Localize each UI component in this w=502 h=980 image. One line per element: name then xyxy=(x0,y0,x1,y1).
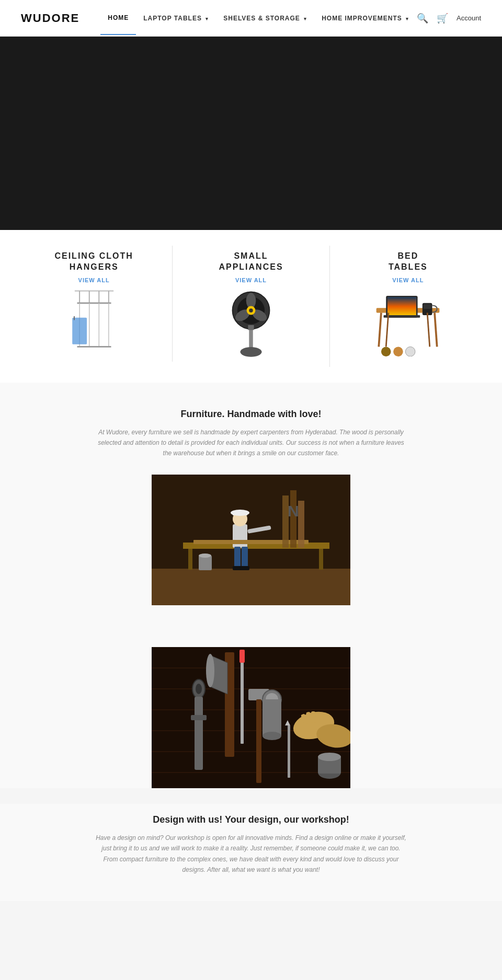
nav-shelves-storage[interactable]: SHELVES & STORAGE ▾ xyxy=(216,2,314,34)
svg-point-77 xyxy=(263,732,281,740)
categories-grid: CEILING CLOTHHANGERS VIEW ALL xyxy=(16,246,486,367)
view-all-small-appliances[interactable]: VIEW ALL xyxy=(180,277,321,283)
category-title: SMALLAPPLIANCES xyxy=(180,251,321,273)
svg-point-35 xyxy=(393,347,403,356)
category-bed-tables: BEDTABLES VIEW ALL xyxy=(330,246,486,362)
svg-rect-11 xyxy=(72,317,87,344)
small-appliances-image xyxy=(180,289,321,362)
svg-point-67 xyxy=(206,654,214,687)
bed-table-svg xyxy=(371,289,444,356)
svg-rect-69 xyxy=(256,699,261,783)
logo[interactable]: WUDORE xyxy=(21,11,79,25)
svg-rect-41 xyxy=(319,549,323,570)
svg-rect-89 xyxy=(288,725,290,778)
svg-rect-51 xyxy=(240,566,249,570)
svg-text:N: N xyxy=(288,502,299,520)
tools-section xyxy=(0,631,502,788)
svg-point-36 xyxy=(406,347,416,356)
svg-rect-54 xyxy=(298,501,304,548)
design-title: Design with us! Your design, our worksho… xyxy=(52,814,450,825)
main-nav: HOME LAPTOP TABLES ▾ SHELVES & STORAGE ▾… xyxy=(100,2,417,35)
chevron-down-icon: ▾ xyxy=(406,16,409,21)
svg-point-21 xyxy=(249,308,253,312)
site-header: WUDORE HOME LAPTOP TABLES ▾ SHELVES & ST… xyxy=(0,0,502,37)
svg-rect-72 xyxy=(195,697,203,770)
chevron-down-icon: ▾ xyxy=(304,16,307,21)
svg-rect-42 xyxy=(233,524,247,548)
svg-rect-73 xyxy=(191,715,207,720)
nav-home[interactable]: HOME xyxy=(100,2,136,35)
svg-rect-26 xyxy=(387,297,416,315)
workshop-svg: N xyxy=(152,475,350,605)
categories-section: CEILING CLOTHHANGERS VIEW ALL xyxy=(0,230,502,383)
category-title: CEILING CLOTHHANGERS xyxy=(24,251,164,273)
svg-rect-87 xyxy=(241,650,244,744)
svg-line-30 xyxy=(379,313,382,347)
svg-point-14 xyxy=(240,347,261,357)
search-icon[interactable]: 🔍 xyxy=(417,13,428,24)
chevron-down-icon: ▾ xyxy=(206,16,209,21)
svg-rect-88 xyxy=(239,650,245,663)
about-title: Furniture. Handmade with love! xyxy=(52,409,450,420)
about-section: Furniture. Handmade with love! At Wudore… xyxy=(0,383,502,631)
design-text: Have a design on mind? Our workshop is o… xyxy=(94,833,408,875)
account-link[interactable]: Account xyxy=(457,14,481,22)
category-title: BEDTABLES xyxy=(338,251,478,273)
svg-rect-49 xyxy=(242,547,248,568)
svg-point-86 xyxy=(318,753,341,761)
svg-rect-76 xyxy=(263,699,281,736)
ceiling-hanger-svg xyxy=(63,289,126,356)
cart-icon[interactable]: 🛒 xyxy=(437,13,448,24)
svg-rect-40 xyxy=(188,549,192,570)
view-all-ceiling-hangers[interactable]: VIEW ALL xyxy=(24,277,164,283)
category-small-appliances: SMALLAPPLIANCES VIEW ALL xyxy=(173,246,329,367)
header-actions: 🔍 🛒 Account xyxy=(417,13,481,24)
category-ceiling-hangers: CEILING CLOTHHANGERS VIEW ALL xyxy=(16,246,173,362)
svg-point-34 xyxy=(381,347,391,356)
about-text: At Wudore, every furniture we sell is ha… xyxy=(94,427,408,459)
tools-image xyxy=(152,647,350,788)
svg-rect-55 xyxy=(199,556,212,570)
svg-rect-48 xyxy=(234,547,241,568)
svg-point-56 xyxy=(199,554,211,558)
svg-rect-45 xyxy=(233,511,247,515)
svg-point-71 xyxy=(196,684,202,694)
svg-rect-27 xyxy=(384,315,420,318)
workshop-image: N xyxy=(152,475,350,605)
svg-rect-38 xyxy=(152,569,350,605)
nav-home-improvements[interactable]: HOME IMPROVEMENTS ▾ xyxy=(314,2,416,34)
nav-laptop-tables[interactable]: LAPTOP TABLES ▾ xyxy=(136,2,216,34)
svg-line-32 xyxy=(435,313,437,347)
hero-banner xyxy=(0,37,502,230)
ceiling-hangers-image xyxy=(24,289,164,356)
svg-rect-12 xyxy=(74,316,75,320)
view-all-bed-tables[interactable]: VIEW ALL xyxy=(338,277,478,283)
tools-svg xyxy=(152,647,350,788)
fan-svg xyxy=(225,289,277,362)
svg-line-31 xyxy=(386,313,389,347)
svg-line-33 xyxy=(427,313,430,347)
design-section: Design with us! Your design, our worksho… xyxy=(0,804,502,902)
svg-rect-22 xyxy=(248,325,254,330)
svg-rect-82 xyxy=(311,711,315,723)
svg-rect-29 xyxy=(424,304,431,308)
bed-tables-image xyxy=(338,289,478,356)
